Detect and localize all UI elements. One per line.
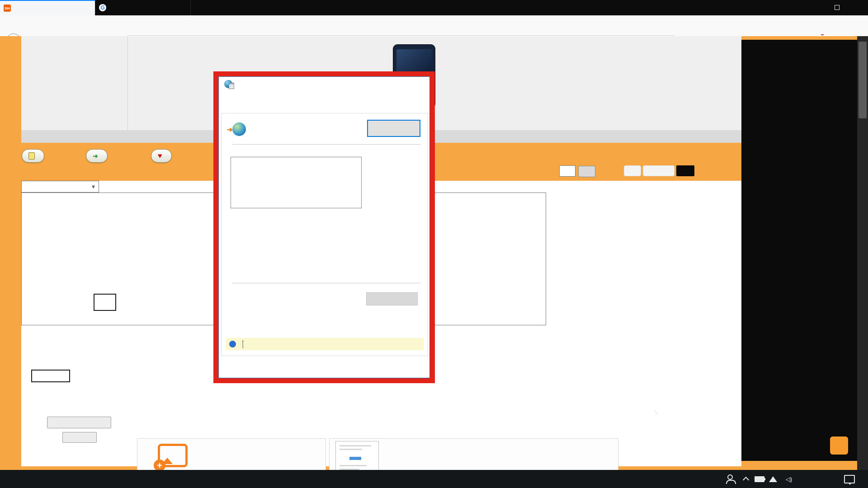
add-image-graphic[interactable]: + (143, 442, 202, 471)
tab-forum[interactable]: DH (0, 0, 95, 15)
vpn-group-label (229, 144, 420, 145)
dh-favicon: DH (4, 5, 11, 12)
page-icon (28, 152, 35, 160)
resize-grip[interactable]: ⋱ (654, 410, 659, 415)
desktop: DH G (0, 0, 868, 488)
customize-button[interactable] (62, 432, 97, 443)
chevron-down-icon: ▼ (91, 184, 96, 189)
google-favicon: G (99, 4, 106, 11)
quick-reply-button[interactable]: ➜ (86, 149, 108, 163)
admin-notice-bar (226, 338, 424, 350)
tab-google-search[interactable]: G (95, 0, 191, 15)
dialog-help-button[interactable] (388, 77, 403, 90)
arrow-icon: ➜ (93, 152, 98, 160)
ban-smiley[interactable] (94, 294, 116, 311)
lan-group-label (229, 283, 420, 283)
unfollow-button[interactable]: ♥ (151, 149, 172, 163)
heart-icon: ♥ (158, 152, 162, 160)
internet-properties-dialog (218, 76, 430, 378)
network-icon[interactable] (767, 470, 779, 488)
people-tray-icon[interactable] (723, 470, 737, 488)
hidden-icons-chevron[interactable] (741, 470, 751, 488)
first-page-button[interactable] (624, 165, 641, 176)
setup-button[interactable] (367, 120, 420, 137)
image-frame-icon: + (158, 444, 188, 467)
volume-icon[interactable]: ◁) (781, 470, 797, 488)
font-select[interactable]: ▼ (21, 181, 99, 192)
muahaha-smiley[interactable] (31, 370, 70, 382)
action-center-icon[interactable] (842, 470, 857, 488)
window-close-button[interactable] (847, 0, 868, 14)
tab-close-icon[interactable] (183, 7, 187, 9)
browser-tab-bar: DH G (0, 0, 868, 15)
internet-properties-icon (224, 80, 232, 88)
battery-icon[interactable] (753, 470, 766, 488)
dialog-tab-page (221, 113, 428, 356)
dialog-close-button[interactable] (410, 77, 425, 90)
settings-link[interactable] (242, 341, 243, 348)
window-minimize-button[interactable] (806, 0, 826, 14)
tab-close-icon[interactable] (88, 7, 91, 9)
dialog-footer (219, 357, 429, 378)
current-page-badge (676, 165, 694, 176)
browser-toolbar (0, 15, 868, 37)
info-icon (229, 341, 236, 347)
prev-page-button[interactable] (643, 165, 675, 176)
scrollbar-thumb[interactable] (859, 42, 867, 118)
adblock-badge (821, 34, 824, 35)
divider (127, 36, 128, 130)
scroll-to-top-button[interactable] (830, 436, 848, 455)
more-smilies-button[interactable] (47, 417, 111, 428)
vpn-connections-listbox[interactable] (231, 157, 362, 208)
taskbar: ◁) (0, 470, 868, 488)
lan-settings-button[interactable] (366, 292, 418, 305)
goto-page-input[interactable] (559, 165, 576, 177)
window-maximize-button[interactable] (826, 0, 847, 14)
page-right-dark-column (741, 40, 857, 461)
taskbar-clock[interactable] (799, 470, 841, 488)
red-annotation-frame (213, 71, 435, 383)
globe-arrow-icon (232, 122, 246, 136)
reply-button[interactable] (22, 149, 44, 163)
goto-git-button[interactable] (578, 166, 595, 177)
